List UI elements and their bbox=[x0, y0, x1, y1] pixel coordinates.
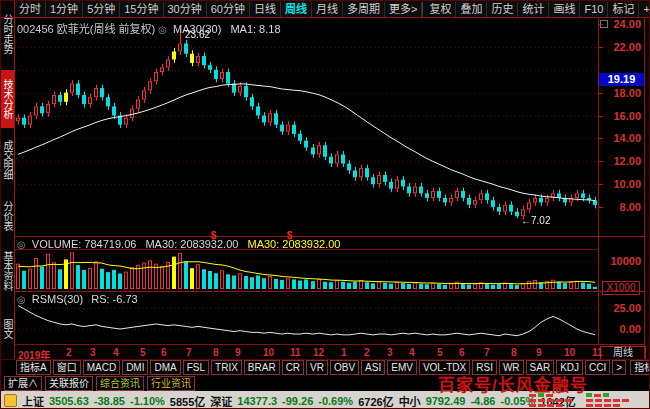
period-tab-日线[interactable]: 日线 bbox=[250, 2, 281, 17]
sidebar-item-基本资料[interactable]: 基本资料 bbox=[1, 243, 14, 299]
period-indicator-box: 周线 bbox=[600, 346, 646, 360]
tool-button-标记[interactable]: 标记 bbox=[608, 2, 639, 17]
date-tick-6: 6 bbox=[161, 347, 167, 358]
volume-ma30-white: MA30: 2083932.00 bbox=[145, 238, 238, 250]
tool-button-叠加[interactable]: 叠加 bbox=[456, 2, 487, 17]
status-menu-icon[interactable] bbox=[4, 394, 17, 407]
indicator-button-EMV[interactable]: EMV bbox=[387, 360, 417, 375]
high-annotation: 23.62 bbox=[185, 29, 210, 40]
price-label-24.00: 24.00 bbox=[600, 18, 641, 30]
indicator-button-指标B[interactable]: 指标B bbox=[630, 360, 650, 375]
volume-axis-label: 10000 bbox=[600, 255, 641, 267]
collapse-icon[interactable]: ◎ bbox=[158, 24, 167, 35]
sidebar-item-技术分析[interactable]: 技术分析 bbox=[1, 70, 14, 128]
period-tab-更多>[interactable]: 更多> bbox=[385, 2, 422, 17]
date-tick-3: 3 bbox=[387, 347, 393, 358]
current-price-tag: 19.19 bbox=[599, 73, 644, 86]
date-tick-7: 7 bbox=[186, 347, 192, 358]
date-axis: 2019年234567891011121234567891011 bbox=[15, 344, 598, 360]
indicator-button-DMI[interactable]: DMI bbox=[122, 360, 148, 375]
date-tick-12: 12 bbox=[313, 347, 324, 358]
rsms-label: RSMS(30) bbox=[32, 293, 83, 305]
indicator-button->[interactable]: > bbox=[612, 360, 626, 375]
sidebar-item-分时走势[interactable]: 分时走势 bbox=[1, 1, 14, 67]
indicator-button-TRIX[interactable]: TRIX bbox=[211, 360, 242, 375]
indicator-button-指标A[interactable]: 指标A bbox=[16, 360, 51, 375]
sidebar-item-图文F10[interactable]: 图文F10 bbox=[1, 302, 14, 356]
index-pct: -1.10% bbox=[130, 395, 165, 407]
price-tick bbox=[599, 138, 603, 139]
price-tick bbox=[599, 47, 603, 48]
tool-button-统计[interactable]: 统计 bbox=[518, 2, 549, 17]
date-tick-8: 8 bbox=[511, 347, 517, 358]
indicator-button-ASI[interactable]: ASI bbox=[361, 360, 385, 375]
period-tab-多周期[interactable]: 多周期 bbox=[343, 2, 385, 17]
indicator-button-VR[interactable]: VR bbox=[306, 360, 328, 375]
info-button-关联报价[interactable]: 关联报价 bbox=[45, 376, 93, 391]
collapse-icon[interactable]: ◎ bbox=[17, 239, 26, 250]
indicator-button-MACD[interactable]: MACD bbox=[83, 360, 120, 375]
period-tab-1分钟[interactable]: 1分钟 bbox=[46, 2, 83, 17]
info-button-扩展∧[interactable]: 扩展∧ bbox=[4, 376, 42, 391]
indicator-button-DMA[interactable]: DMA bbox=[150, 360, 180, 375]
price-tick bbox=[599, 93, 603, 94]
indicator-button-BRAR[interactable]: BRAR bbox=[244, 360, 280, 375]
period-tab-15分钟[interactable]: 15分钟 bbox=[120, 2, 163, 17]
rsms-pane-header: ◎ RSMS(30) RS: -6.73 bbox=[17, 293, 138, 305]
volume-label: VOLUME: 784719.06 bbox=[32, 238, 137, 250]
indicator-button-窗口[interactable]: 窗口 bbox=[53, 360, 81, 375]
price-label-18.00: 18.00 bbox=[600, 87, 641, 99]
date-tick-2: 2 bbox=[66, 347, 72, 358]
price-tick bbox=[599, 207, 603, 208]
index-name: 深证 bbox=[210, 393, 232, 409]
sidebar-item-分价表[interactable]: 分价表 bbox=[1, 192, 14, 240]
watermark-logo bbox=[529, 393, 629, 407]
tool-button-F10[interactable]: F10 bbox=[580, 2, 608, 17]
info-button-综合资讯[interactable]: 综合资讯 bbox=[96, 376, 144, 391]
indicator-button-CR[interactable]: CR bbox=[282, 360, 304, 375]
period-tab-月线[interactable]: 月线 bbox=[312, 2, 343, 17]
index-amount: 6726亿 bbox=[358, 393, 393, 409]
price-label-16.00: 16.00 bbox=[600, 110, 641, 122]
index-change: -38.85 bbox=[94, 395, 125, 407]
ma1-label: MA1: 8.18 bbox=[230, 23, 280, 35]
date-tick-7: 7 bbox=[484, 347, 490, 358]
rsms-axis-label-25.00: 25.00 bbox=[600, 302, 641, 314]
period-tab-5分钟[interactable]: 5分钟 bbox=[83, 2, 120, 17]
top-toolbar: 分时1分钟5分钟15分钟30分钟60分钟日线周线月线多周期更多>复权叠加历史统计… bbox=[15, 1, 650, 17]
index-name: 上证 bbox=[22, 393, 44, 409]
date-tick-3: 3 bbox=[90, 347, 96, 358]
tool-button-画线[interactable]: 画线 bbox=[549, 2, 580, 17]
sidebar-item-成交明细[interactable]: 成交明细 bbox=[1, 131, 14, 189]
period-tab-分时[interactable]: 分时 bbox=[15, 2, 46, 17]
dividend-marker: $ bbox=[211, 230, 217, 241]
index-name: 中小 bbox=[399, 393, 421, 409]
indicator-button-CCI[interactable]: CCI bbox=[585, 360, 610, 375]
date-tick-4: 4 bbox=[409, 347, 415, 358]
date-tick-9: 9 bbox=[235, 347, 241, 358]
date-tick-4: 4 bbox=[113, 347, 119, 358]
index-change: -99.26 bbox=[282, 395, 313, 407]
period-tab-周线[interactable]: 周线 bbox=[281, 2, 312, 17]
date-tick-8: 8 bbox=[213, 347, 219, 358]
info-button-行业资讯[interactable]: 行业资讯 bbox=[147, 376, 195, 391]
tool-button-复权[interactable]: 复权 bbox=[425, 2, 456, 17]
tool-button-历史[interactable]: 历史 bbox=[487, 2, 518, 17]
price-tick bbox=[599, 161, 603, 162]
trading-app-window: 分时1分钟5分钟15分钟30分钟60分钟日线周线月线多周期更多>复权叠加历史统计… bbox=[0, 0, 650, 409]
collapse-icon[interactable]: ◎ bbox=[17, 294, 26, 305]
price-label-14.00: 14.00 bbox=[600, 132, 641, 144]
index-amount: 5855亿 bbox=[170, 393, 205, 409]
date-tick-5: 5 bbox=[140, 347, 146, 358]
index-quote-深证[interactable]: 深证14377.3-99.26-0.69%6726亿 bbox=[210, 393, 393, 409]
left-sidebar: 分时走势技术分析成交明细分价表基本资料图文F10 bbox=[1, 1, 14, 359]
period-tab-30分钟[interactable]: 30分钟 bbox=[164, 2, 207, 17]
tool-button-+自选[interactable]: +自选 bbox=[639, 2, 650, 17]
indicator-button-OBV[interactable]: OBV bbox=[330, 360, 359, 375]
indicator-button-FSL[interactable]: FSL bbox=[183, 360, 209, 375]
index-quote-上证[interactable]: 上证3505.63-38.85-1.10%5855亿 bbox=[22, 393, 205, 409]
date-tick-11: 11 bbox=[592, 347, 603, 358]
date-tick-9: 9 bbox=[536, 347, 542, 358]
stock-title: 002456 欧菲光(周线 前复权) bbox=[17, 23, 155, 35]
period-tab-60分钟[interactable]: 60分钟 bbox=[207, 2, 250, 17]
